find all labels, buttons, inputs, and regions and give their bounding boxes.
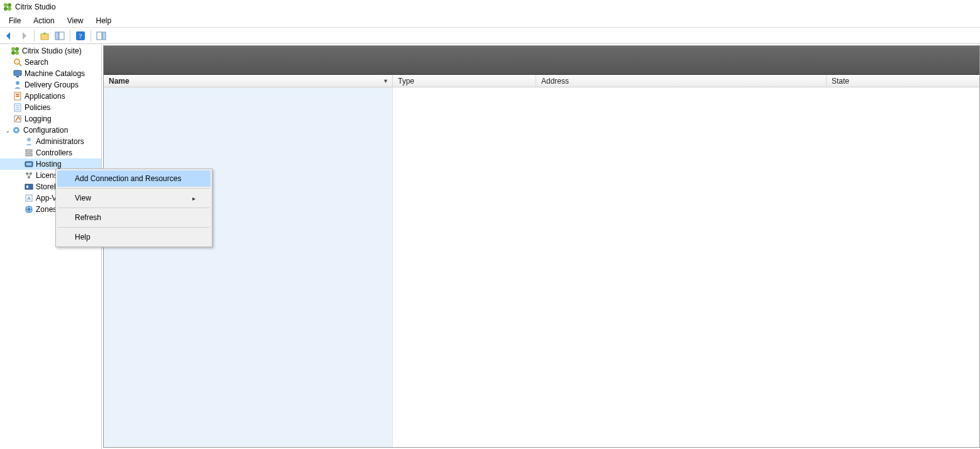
up-button[interactable]: [38, 29, 52, 43]
show-hide-action-pane-button[interactable]: [94, 29, 108, 43]
policy-icon: [13, 103, 23, 113]
toolbar: ?: [0, 28, 980, 44]
globe-icon: [24, 204, 34, 214]
svg-line-16: [19, 64, 21, 66]
tree-label: Administrators: [36, 137, 84, 146]
grid-body[interactable]: [104, 87, 979, 447]
svg-point-3: [8, 7, 11, 11]
tree-label: Search: [25, 58, 48, 67]
tree-item-machine-catalogs[interactable]: Machine Catalogs: [0, 68, 101, 79]
menu-action[interactable]: Action: [27, 15, 60, 26]
svg-rect-42: [26, 186, 28, 188]
show-hide-tree-button[interactable]: [53, 29, 67, 43]
help-button[interactable]: ?: [74, 29, 87, 43]
column-header-address[interactable]: Address: [536, 75, 827, 87]
column-header-name[interactable]: Name ▾: [104, 75, 393, 87]
tree-label: Citrix Studio (site): [22, 47, 82, 55]
toolbar-separator: [91, 30, 91, 42]
menu-file[interactable]: File: [3, 15, 27, 26]
forward-button[interactable]: [17, 29, 31, 43]
svg-point-0: [4, 3, 8, 7]
ctx-separator: [58, 208, 210, 208]
collapse-toggle-icon[interactable]: ⌄: [4, 127, 11, 134]
tree-label: Zones: [36, 205, 57, 214]
svg-point-15: [14, 59, 19, 64]
admin-icon: [24, 136, 34, 147]
svg-text:?: ?: [79, 32, 82, 40]
sort-arrow-down-icon: ▾: [384, 77, 387, 84]
app-icon: [13, 91, 23, 101]
column-label: State: [832, 77, 849, 86]
tree-label: Policies: [25, 103, 50, 112]
menu-view[interactable]: View: [61, 15, 90, 26]
content-pane: Name ▾ Type Address State: [103, 45, 980, 448]
svg-text:A: A: [27, 196, 31, 201]
ctx-refresh[interactable]: Refresh: [57, 209, 211, 226]
ctx-separator: [58, 227, 210, 228]
gear-icon: [11, 125, 21, 135]
monitor-icon: [13, 69, 23, 79]
tree-label: Hosting: [36, 160, 62, 169]
server-icon: [24, 148, 34, 158]
tree-item-configuration[interactable]: ⌄ Configuration: [0, 125, 101, 136]
svg-rect-10: [102, 32, 106, 40]
ctx-label: Help: [75, 233, 91, 241]
toolbar-separator: [70, 30, 70, 42]
column-header-state[interactable]: State: [827, 75, 979, 87]
tree-item-delivery-groups[interactable]: Delivery Groups: [0, 79, 101, 91]
svg-point-12: [15, 47, 19, 51]
tree-item-applications[interactable]: Applications: [0, 91, 101, 102]
menu-help[interactable]: Help: [90, 15, 118, 26]
ctx-help[interactable]: Help: [57, 229, 211, 245]
svg-rect-34: [26, 163, 31, 165]
svg-rect-22: [16, 96, 19, 97]
svg-rect-17: [14, 70, 21, 75]
column-label: Address: [541, 77, 569, 86]
grid-name-column-area: [104, 87, 393, 447]
ctx-view[interactable]: View: [57, 190, 211, 206]
svg-point-2: [4, 7, 8, 11]
user-icon: [13, 80, 23, 90]
svg-point-45: [25, 206, 33, 213]
column-headers: Name ▾ Type Address State: [104, 75, 979, 87]
hosting-icon: [24, 159, 34, 169]
content-header-band: [104, 46, 979, 75]
grid-rest-area: [393, 87, 979, 447]
tree-item-policies[interactable]: Policies: [0, 102, 101, 113]
tree-label: Machine Catalogs: [25, 69, 85, 78]
svg-rect-4: [41, 34, 48, 40]
svg-point-14: [15, 51, 19, 55]
ctx-label: Refresh: [75, 213, 101, 222]
ctx-label: Add Connection and Resources: [75, 174, 181, 183]
ctx-add-connection[interactable]: Add Connection and Resources: [57, 170, 211, 187]
tree-item-administrators[interactable]: Administrators: [0, 136, 101, 147]
column-header-type[interactable]: Type: [393, 75, 536, 87]
svg-rect-9: [97, 32, 102, 40]
svg-point-1: [8, 3, 11, 7]
license-icon: [24, 170, 34, 180]
svg-point-19: [16, 81, 19, 85]
svg-rect-32: [26, 153, 32, 156]
tree-label: Configuration: [23, 126, 68, 135]
svg-rect-31: [26, 150, 32, 152]
tree-label: Logging: [25, 114, 52, 123]
window-titlebar: Citrix Studio: [0, 0, 980, 14]
context-menu: Add Connection and Resources View Refres…: [55, 169, 212, 247]
svg-point-11: [11, 47, 15, 51]
tree-item-controllers[interactable]: Controllers: [0, 147, 101, 158]
tree-root[interactable]: Citrix Studio (site): [0, 45, 101, 57]
svg-rect-21: [16, 94, 19, 95]
citrix-logo-icon: [3, 2, 13, 12]
column-label: Name: [109, 77, 129, 86]
svg-point-29: [15, 129, 18, 131]
tree-item-search[interactable]: Search: [0, 57, 101, 68]
ctx-label: View: [75, 194, 91, 202]
storefront-icon: [24, 182, 34, 192]
toolbar-separator: [34, 30, 35, 42]
tree-item-logging[interactable]: Logging: [0, 113, 101, 125]
back-button[interactable]: [2, 29, 16, 43]
search-icon: [13, 57, 23, 67]
svg-rect-41: [25, 184, 33, 189]
tree-label: Controllers: [36, 148, 72, 157]
tree-label: Applications: [25, 92, 65, 101]
